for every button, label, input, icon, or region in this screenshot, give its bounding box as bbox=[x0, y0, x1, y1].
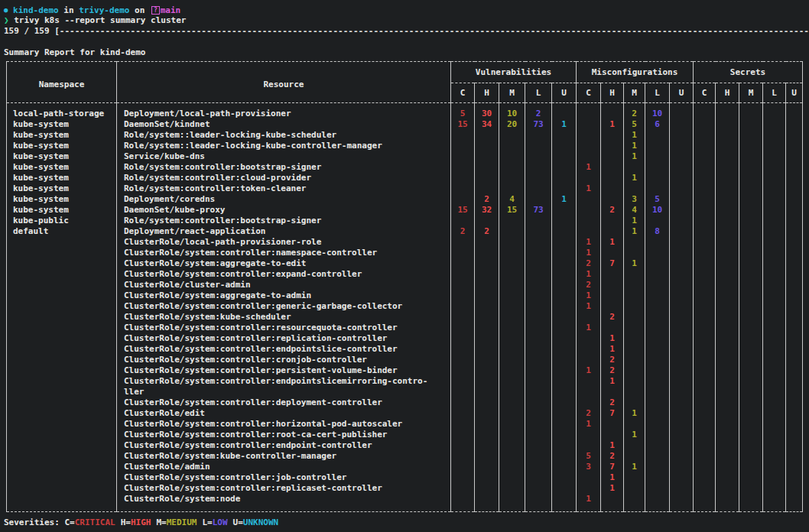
secrets-count-cell bbox=[786, 483, 803, 494]
misconfig-count-cell bbox=[670, 119, 694, 130]
misconfig-count-cell bbox=[670, 290, 694, 301]
table-row: ClusterRole/system:controller:deployment… bbox=[7, 397, 803, 408]
resource-cell: ClusterRole/system:kube-controller-manag… bbox=[117, 451, 451, 462]
misconfig-count-cell bbox=[624, 397, 645, 408]
misconfig-count-cell bbox=[624, 365, 645, 376]
misconfig-count-cell bbox=[601, 162, 624, 173]
vuln-count-cell bbox=[525, 472, 552, 483]
vuln-count-cell bbox=[525, 130, 552, 141]
table-row: ClusterRole/system:controller:root-ca-ce… bbox=[7, 430, 803, 440]
secrets-count-cell bbox=[763, 376, 786, 397]
table-row: ClusterRole/system:controller:endpoint-c… bbox=[7, 440, 803, 451]
secrets-count-cell bbox=[763, 483, 786, 494]
vuln-count-cell bbox=[525, 237, 552, 248]
secrets-count-cell bbox=[739, 312, 763, 323]
secrets-count-cell bbox=[694, 483, 716, 494]
secrets-count-cell bbox=[739, 183, 763, 194]
misconfig-count-cell bbox=[577, 483, 601, 494]
misconfig-count-cell bbox=[601, 183, 624, 194]
vuln-count-cell bbox=[552, 173, 577, 183]
vuln-count-cell bbox=[525, 312, 552, 323]
secrets-count-cell bbox=[739, 397, 763, 408]
secrets-count-cell bbox=[763, 216, 786, 226]
misconfig-count-cell bbox=[645, 355, 670, 365]
vuln-count-cell bbox=[525, 397, 552, 408]
secrets-count-cell bbox=[716, 472, 739, 483]
misconfig-count-cell bbox=[645, 258, 670, 269]
vuln-count-cell bbox=[451, 440, 475, 451]
misconfig-count-cell bbox=[577, 226, 601, 237]
secrets-count-cell bbox=[786, 355, 803, 365]
vuln-count-cell: 1 bbox=[552, 119, 577, 130]
secrets-count-cell bbox=[739, 280, 763, 290]
table-row: ClusterRole/system:controller:expand-con… bbox=[7, 269, 803, 280]
secrets-count-cell bbox=[739, 301, 763, 312]
misconfig-count-cell: 1 bbox=[624, 462, 645, 472]
misconfig-count-cell bbox=[645, 151, 670, 162]
vuln-count-cell: 34 bbox=[475, 119, 499, 130]
resource-cell: Role/system::leader-locking-kube-schedul… bbox=[117, 130, 451, 141]
misconfig-count-cell bbox=[577, 151, 601, 162]
misconfig-count-cell: 1 bbox=[577, 323, 601, 333]
secrets-count-cell bbox=[694, 365, 716, 376]
resource-cell: ClusterRole/system:controller:persistent… bbox=[117, 365, 451, 376]
misconfig-count-cell bbox=[624, 419, 645, 430]
misconfig-count-cell bbox=[645, 237, 670, 248]
secrets-count-cell bbox=[739, 258, 763, 269]
vuln-count-cell bbox=[525, 483, 552, 494]
namespace-cell bbox=[7, 301, 117, 312]
vuln-count-cell bbox=[475, 430, 499, 440]
misconfig-count-cell: 1 bbox=[601, 440, 624, 451]
vuln-count-cell bbox=[451, 483, 475, 494]
vuln-count-cell bbox=[525, 430, 552, 440]
vuln-count-cell bbox=[525, 365, 552, 376]
secrets-count-cell bbox=[763, 183, 786, 194]
misconfig-count-cell: 3 bbox=[577, 462, 601, 472]
namespace-cell: kube-system bbox=[7, 130, 117, 141]
vuln-count-cell: 4 bbox=[499, 194, 525, 205]
misconfig-count-cell bbox=[670, 408, 694, 419]
misconfig-count-cell: 1 bbox=[577, 183, 601, 194]
misconfig-count-cell bbox=[577, 194, 601, 205]
misconfig-count-cell bbox=[601, 280, 624, 290]
severity-column-header: M bbox=[499, 83, 525, 103]
misconfig-count-cell bbox=[577, 130, 601, 141]
misconfig-count-cell bbox=[601, 430, 624, 440]
table-row: ClusterRole/local-path-provisioner-role1… bbox=[7, 237, 803, 248]
vuln-count-cell bbox=[451, 376, 475, 397]
secrets-count-cell bbox=[786, 344, 803, 355]
misconfig-count-cell: 2 bbox=[601, 205, 624, 216]
misconfig-count-cell bbox=[577, 472, 601, 483]
secrets-count-cell bbox=[786, 397, 803, 408]
misconfig-count-cell bbox=[577, 312, 601, 323]
misconfig-count-cell: 1 bbox=[624, 430, 645, 440]
vuln-count-cell bbox=[552, 472, 577, 483]
table-row: kube-systemDaemonSet/kindnet153420731156 bbox=[7, 119, 803, 130]
secrets-count-cell bbox=[763, 419, 786, 430]
misconfig-count-cell: 1 bbox=[577, 269, 601, 280]
secrets-count-cell bbox=[716, 237, 739, 248]
secrets-count-cell bbox=[716, 344, 739, 355]
vuln-count-cell bbox=[499, 462, 525, 472]
resource-cell: ClusterRole/system:controller:horizontal… bbox=[117, 419, 451, 430]
misconfig-count-cell: 2 bbox=[601, 312, 624, 323]
secrets-count-cell bbox=[716, 205, 739, 216]
misconfig-count-cell bbox=[670, 248, 694, 258]
legend-key: C= bbox=[64, 517, 74, 527]
misconfig-count-cell: 1 bbox=[577, 419, 601, 430]
vuln-count-cell bbox=[475, 301, 499, 312]
secrets-count-cell bbox=[694, 494, 716, 512]
vuln-count-cell bbox=[552, 103, 577, 120]
secrets-count-cell bbox=[739, 483, 763, 494]
vuln-count-cell bbox=[475, 258, 499, 269]
misconfig-count-cell: 1 bbox=[624, 408, 645, 419]
secrets-count-cell bbox=[763, 151, 786, 162]
vuln-count-cell bbox=[525, 494, 552, 512]
vuln-count-cell bbox=[525, 408, 552, 419]
secrets-count-cell bbox=[786, 269, 803, 280]
secrets-count-cell bbox=[763, 462, 786, 472]
namespace-cell: kube-system bbox=[7, 183, 117, 194]
misconfig-count-cell: 2 bbox=[601, 355, 624, 365]
secrets-count-cell bbox=[763, 280, 786, 290]
misconfig-count-cell bbox=[624, 483, 645, 494]
